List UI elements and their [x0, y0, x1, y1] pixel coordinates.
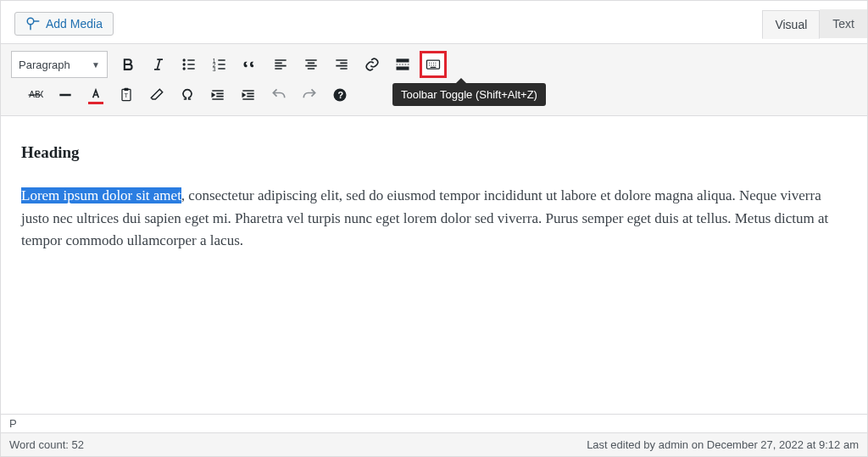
- chevron-down-icon: ▼: [92, 60, 100, 70]
- bold-icon: [120, 56, 136, 73]
- toolbar-toggle-button[interactable]: [420, 51, 447, 78]
- svg-point-0: [27, 18, 34, 25]
- blockquote-button[interactable]: [236, 51, 264, 78]
- bullet-list-icon: [181, 56, 198, 73]
- svg-rect-12: [125, 88, 129, 91]
- help-icon: ?: [331, 86, 348, 103]
- link-button[interactable]: [359, 51, 386, 78]
- color-swatch: [88, 102, 103, 104]
- word-count: Word count: 52: [9, 438, 84, 451]
- help-button[interactable]: ?: [326, 81, 353, 109]
- tab-visual[interactable]: Visual: [762, 10, 820, 39]
- outdent-button[interactable]: [204, 81, 231, 109]
- editor-content[interactable]: Heading Lorem ipsum dolor sit amet, cons…: [1, 116, 867, 414]
- top-row: Add Media Visual Text: [1, 1, 867, 44]
- bold-button[interactable]: [114, 51, 142, 78]
- bullet-list-button[interactable]: [175, 51, 203, 78]
- media-icon: [25, 16, 41, 31]
- italic-button[interactable]: [145, 51, 172, 78]
- italic-icon: [150, 56, 167, 73]
- redo-button[interactable]: [296, 81, 323, 109]
- svg-point-1: [183, 59, 186, 61]
- undo-icon: [270, 86, 287, 103]
- align-center-icon: [303, 56, 320, 73]
- toolbar-row-1: Paragraph ▼ 123 Toolbar Toggle (Shift+Al…: [11, 49, 857, 80]
- eraser-icon: [148, 86, 165, 103]
- toolbar: Paragraph ▼ 123 Toolbar Toggle (Shift+Al…: [1, 44, 867, 116]
- svg-point-3: [183, 67, 186, 70]
- readmore-icon: [394, 56, 411, 73]
- element-path[interactable]: P: [1, 414, 867, 432]
- keyboard-icon: [425, 56, 442, 73]
- add-media-label: Add Media: [46, 17, 103, 31]
- indent-icon: [240, 86, 257, 103]
- content-paragraph[interactable]: Lorem ipsum dolor sit amet, consectetur …: [21, 185, 847, 252]
- tab-text[interactable]: Text: [820, 9, 867, 38]
- svg-rect-7: [397, 59, 409, 62]
- tooltip: Toolbar Toggle (Shift+Alt+Z): [392, 83, 546, 106]
- status-bar: Word count: 52 Last edited by admin on D…: [1, 432, 867, 456]
- undo-button[interactable]: [265, 81, 292, 109]
- align-left-button[interactable]: [267, 51, 294, 78]
- hr-icon: [57, 86, 74, 103]
- quote-icon: [242, 56, 259, 73]
- clipboard-icon: T: [118, 86, 135, 103]
- link-icon: [364, 56, 381, 73]
- last-edited: Last edited by admin on December 27, 202…: [587, 438, 859, 451]
- clear-formatting-button[interactable]: [143, 81, 170, 109]
- format-select[interactable]: Paragraph ▼: [11, 51, 108, 78]
- content-heading[interactable]: Heading: [21, 140, 847, 164]
- strikethrough-button[interactable]: ABC: [21, 81, 48, 109]
- svg-point-2: [183, 63, 186, 65]
- indent-button[interactable]: [235, 81, 262, 109]
- add-media-button[interactable]: Add Media: [14, 12, 114, 36]
- svg-text:3: 3: [213, 66, 216, 72]
- omega-icon: [179, 86, 196, 103]
- redo-icon: [301, 86, 318, 103]
- align-center-button[interactable]: [298, 51, 325, 78]
- align-left-icon: [272, 56, 289, 73]
- outdent-icon: [209, 86, 226, 103]
- strikethrough-icon: ABC: [26, 86, 43, 103]
- svg-rect-8: [397, 67, 409, 70]
- numbered-list-button[interactable]: 123: [206, 51, 233, 78]
- hr-button[interactable]: [52, 81, 79, 109]
- align-right-button[interactable]: [328, 51, 355, 78]
- paste-text-button[interactable]: T: [113, 81, 140, 109]
- format-select-label: Paragraph: [19, 59, 70, 71]
- align-right-icon: [333, 56, 350, 73]
- special-char-button[interactable]: [174, 81, 201, 109]
- text-color-button[interactable]: [82, 81, 109, 109]
- text-color-icon: [87, 86, 104, 103]
- svg-text:?: ?: [338, 90, 344, 100]
- readmore-button[interactable]: [389, 51, 416, 78]
- editor-wrap: Add Media Visual Text Paragraph ▼ 123 To…: [0, 0, 868, 457]
- editor-tabs: Visual Text: [762, 9, 867, 38]
- svg-text:T: T: [125, 92, 129, 99]
- numbered-list-icon: 123: [211, 56, 228, 73]
- selected-text[interactable]: Lorem ipsum dolor sit amet: [21, 187, 181, 203]
